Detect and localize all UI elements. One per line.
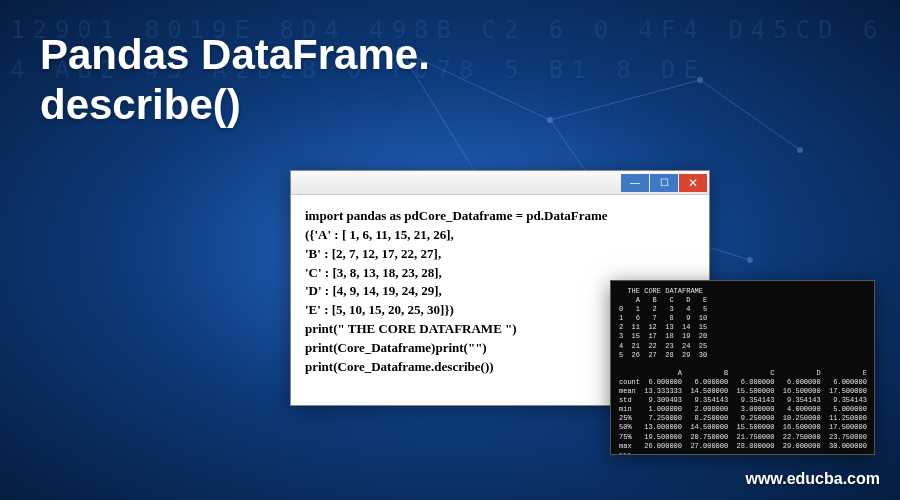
title-line-1: Pandas DataFrame. xyxy=(40,30,430,80)
terminal-output-window: THE CORE DATAFRAME A B C D E 0 1 2 3 4 5… xyxy=(610,280,875,455)
minimize-button[interactable]: — xyxy=(621,174,649,192)
title-line-2: describe() xyxy=(40,80,430,130)
svg-point-11 xyxy=(747,257,753,263)
page-title: Pandas DataFrame. describe() xyxy=(40,30,430,131)
window-titlebar: — ☐ ✕ xyxy=(291,171,709,195)
svg-point-7 xyxy=(547,117,553,123)
close-button[interactable]: ✕ xyxy=(679,174,707,192)
svg-point-10 xyxy=(797,147,803,153)
code-line: import pandas as pdCore_Dataframe = pd.D… xyxy=(305,207,695,226)
svg-line-1 xyxy=(550,80,700,120)
svg-line-3 xyxy=(700,80,800,150)
code-line: ({'A' : [ 1, 6, 11, 15, 21, 26], xyxy=(305,226,695,245)
maximize-button[interactable]: ☐ xyxy=(650,174,678,192)
watermark-url: www.educba.com xyxy=(745,470,880,488)
svg-point-8 xyxy=(697,77,703,83)
code-line: 'B' : [2, 7, 12, 17, 22, 27], xyxy=(305,245,695,264)
